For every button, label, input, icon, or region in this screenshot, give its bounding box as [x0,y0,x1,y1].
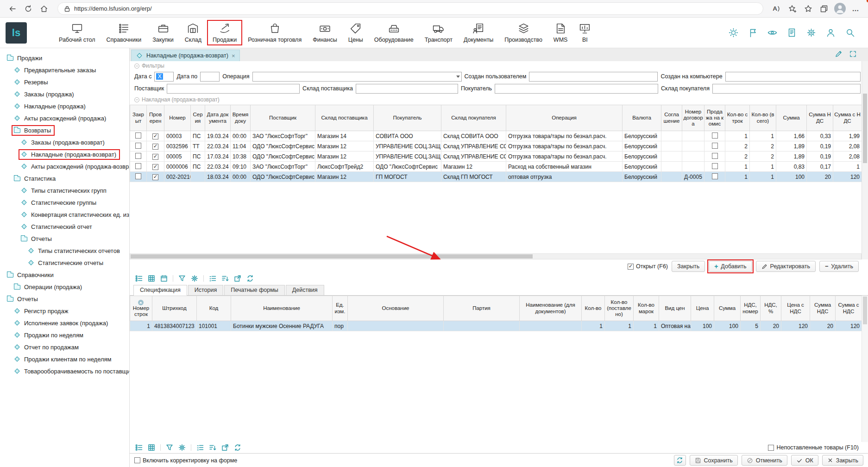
settings-icon[interactable] [191,275,198,282]
supplier-input[interactable] [167,84,300,94]
column-header[interactable]: НДС, номер [741,296,761,321]
add-button[interactable]: +Добавить [709,261,752,272]
cell[interactable]: 1 [130,321,152,331]
created-by-input[interactable] [529,72,658,82]
checkbox[interactable] [152,133,158,139]
column-header[interactable]: Вид цен [659,296,691,321]
checkbox[interactable] [712,143,718,149]
cell[interactable] [520,321,582,331]
user-icon[interactable] [825,28,836,38]
collections-icon[interactable] [817,2,831,15]
module-reference[interactable]: Справочники [101,20,146,45]
cell[interactable]: 20 [807,172,833,182]
checkbox[interactable] [712,163,718,169]
cell[interactable]: 100 [776,172,807,182]
fullscreen-icon[interactable] [849,50,857,58]
cell[interactable]: ПС [191,162,205,172]
cell[interactable]: Отгрузка товара/тары по безнал.расч. [506,151,623,162]
module-transport[interactable]: Транспорт [420,20,458,45]
cell[interactable]: 1 [750,162,776,172]
save-button[interactable]: Сохранить [690,455,738,466]
module-wms[interactable]: WMS [548,20,573,45]
back-icon[interactable] [6,2,19,15]
cell[interactable] [661,151,682,162]
scrollbar-thumb[interactable] [131,254,533,259]
cell[interactable]: 1 [833,162,862,172]
cell[interactable]: 0,19 [807,151,833,162]
cell[interactable]: 2 [725,141,750,151]
module-purchases[interactable]: Закупки [147,20,179,45]
cell[interactable]: 0000006 [164,162,191,172]
cell[interactable]: Белорусский [623,151,661,162]
table-row[interactable]: 0032596ТТ22.03.2411:04ОДО "ЛюксСофтСерви… [130,141,862,151]
cell[interactable] [661,172,682,182]
column-header[interactable]: Наименование (для документов) [520,296,582,321]
cell[interactable] [191,172,205,182]
table-row[interactable]: 00003ПС19.03.2400:00ЗАО "ЛюксСофтТорг"Ма… [130,131,862,141]
column-header[interactable]: Покупатель [374,105,441,131]
tree-item[interactable]: Продажи по неделям [0,329,129,341]
cell[interactable]: 2 [750,141,776,151]
module-production[interactable]: Производство [499,20,547,45]
cell[interactable] [704,131,725,141]
cell[interactable] [682,131,704,141]
cell[interactable] [661,162,682,172]
customer-stock-input[interactable] [712,84,861,94]
cell[interactable]: оптовая отгрузка [506,172,623,182]
cell[interactable] [661,131,682,141]
module-warehouse[interactable]: Склад [180,20,207,45]
column-header[interactable]: Серия [191,105,205,131]
cell[interactable]: Магазин 12 [315,141,374,151]
cell[interactable]: 00003 [164,131,191,141]
column-header[interactable]: Склад поставщика [315,105,374,131]
sort-icon[interactable] [221,275,229,282]
column-header[interactable]: Кол-во (поставлено) [605,296,634,321]
tree-item[interactable]: Накладные (продажа) [0,100,129,112]
tree-item[interactable]: Статистические отчеты [0,257,129,269]
calendar-icon[interactable] [160,275,168,282]
cell[interactable] [147,131,164,141]
column-header[interactable]: Время доку [231,105,251,131]
horizontal-scrollbar[interactable] [130,253,862,259]
cell[interactable]: 1 [725,131,750,141]
checkbox[interactable] [152,164,158,170]
table-row[interactable]: 00005ПС17.03.2410:38ОДО "ЛюксСофтСервисМ… [130,151,862,162]
checkbox[interactable] [135,133,141,139]
cell[interactable]: 00005 [164,151,191,162]
cell[interactable]: 1 [605,321,634,331]
cell[interactable]: ПС [191,131,205,141]
cell[interactable]: 0,17 [807,162,833,172]
eye-icon[interactable] [767,28,777,38]
column-header[interactable]: Код [197,296,231,321]
tree-item[interactable]: Типы статистических групп [0,184,129,196]
column-header[interactable]: Штрихкод [152,296,197,321]
checkbox[interactable] [712,133,718,139]
column-header[interactable]: Проверен [147,105,164,131]
open-in-new-icon[interactable] [221,444,229,451]
collapse-icon[interactable] [134,63,139,69]
checkbox[interactable] [152,174,158,180]
cell[interactable]: УПРАВЛЕНИЕ СОЦ.ЗАЩ [374,151,441,162]
tree-item-otchety[interactable]: Отчеты [0,293,129,305]
cell[interactable]: Отгрузка товара/тары по безнал.расч. [506,141,623,151]
cell[interactable]: 20 [761,321,781,331]
cell[interactable] [704,162,725,172]
cell[interactable]: Магазин 12 [315,172,374,182]
column-header[interactable]: НДС, % [761,296,781,321]
cancel-button[interactable]: Отменить [742,455,787,466]
edit-button[interactable]: Редактировать [756,261,816,272]
cell[interactable]: 0,33 [807,131,833,141]
cell[interactable]: Склад УПРАВЛЕНИЕ СО [441,141,506,151]
column-header[interactable]: Ед. изм. [333,296,348,321]
column-header[interactable]: Сумма [714,296,741,321]
column-header[interactable]: Кол-во (всего) [750,105,776,131]
cell[interactable] [704,172,725,182]
lsfusion-logo[interactable]: ls [6,22,27,44]
tab-pechatnye-formy[interactable]: Печатные формы [224,285,285,295]
column-header[interactable]: Цена с НДС [781,296,810,321]
tab-specifikaciya[interactable]: Спецификация [133,285,187,296]
cell[interactable]: 100 [714,321,741,331]
cell[interactable]: ОДО "ЛюксСофтСервис [251,151,315,162]
checkbox[interactable] [628,264,634,270]
cell[interactable]: 1 [750,131,776,141]
